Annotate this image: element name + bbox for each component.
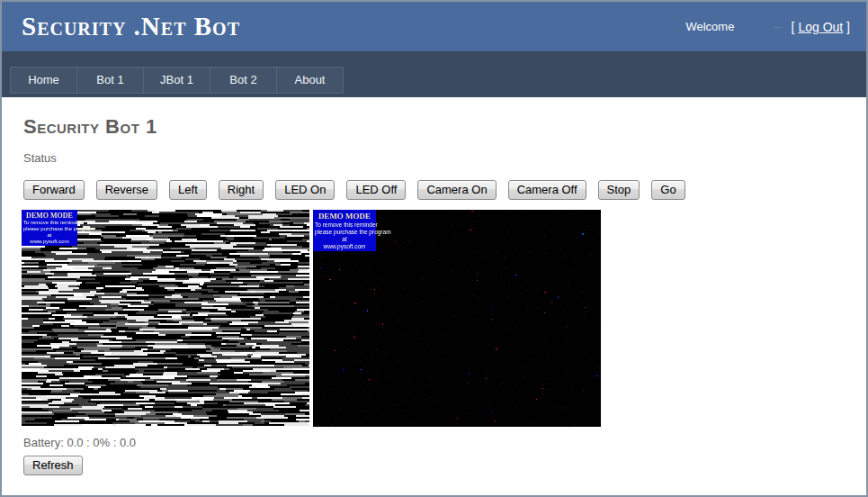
nav-tab-link[interactable]: JBot 1 — [144, 67, 210, 94]
reverse-button[interactable]: Reverse — [96, 180, 157, 200]
camera-off-button[interactable]: Camera Off — [508, 180, 586, 200]
demo-mode-title: DEMO MODE — [23, 212, 76, 220]
refresh-row: Refresh — [23, 456, 866, 475]
demo-mode-line: at — [23, 232, 76, 239]
demo-mode-line: please purchase the program — [23, 226, 76, 232]
demo-mode-line: please purchase the program — [315, 229, 374, 236]
status-label: Status — [23, 151, 866, 165]
stop-button[interactable]: Stop — [598, 180, 640, 200]
welcome-text: Welcome — [685, 20, 734, 33]
app-header: Security .Net Bot Welcome – [ Log Out ] — [2, 2, 866, 51]
battery-status: Battery: 0.0 : 0% : 0.0 — [23, 436, 866, 449]
demo-mode-line: at — [315, 236, 374, 243]
nav-tab-jbot-1: JBot 1 — [144, 67, 210, 94]
forward-button[interactable]: Forward — [23, 180, 85, 200]
main-content: Security Bot 1 Status ForwardReverseLeft… — [2, 97, 866, 475]
nav-tab-link[interactable]: Bot 1 — [77, 67, 144, 94]
app-title: Security .Net Bot — [22, 12, 240, 41]
logout-link[interactable]: Log Out — [798, 20, 843, 34]
nav-tab-about: About — [277, 67, 344, 94]
browser-page: Security .Net Bot Welcome – [ Log Out ] … — [0, 0, 868, 497]
nav-tab-link[interactable]: About — [277, 67, 344, 94]
nav-tab-link[interactable]: Bot 2 — [210, 67, 277, 94]
separator-dash: – — [774, 20, 780, 33]
main-nav: HomeBot 1JBot 1Bot 2About — [2, 51, 866, 97]
demo-mode-line: To remove this reminder — [23, 220, 76, 226]
demo-mode-title: DEMO MODE — [315, 212, 374, 221]
demo-mode-url: www.pysoft.com — [23, 239, 76, 245]
camera-feed-2: DEMO MODE To remove this reminder please… — [313, 210, 601, 427]
nav-tab-bot-2: Bot 2 — [210, 67, 277, 94]
demo-mode-line: To remove this reminder — [315, 221, 374, 229]
left-button[interactable]: Left — [169, 180, 207, 200]
header-account-area: Welcome – [ Log Out ] — [685, 20, 850, 34]
robot-controls-row: ForwardReverseLeftRightLED OnLED OffCame… — [23, 180, 866, 200]
camera-feeds: DEMO MODE To remove this reminder please… — [22, 210, 866, 427]
demo-mode-overlay: DEMO MODE To remove this reminder please… — [313, 210, 376, 251]
right-button[interactable]: Right — [219, 180, 264, 200]
nav-tab-list: HomeBot 1JBot 1Bot 2About — [2, 51, 866, 94]
refresh-button[interactable]: Refresh — [23, 456, 83, 475]
page-title: Security Bot 1 — [23, 115, 866, 139]
demo-mode-url: www.pysoft.com — [315, 243, 374, 250]
nav-tab-home: Home — [10, 67, 77, 94]
camera-feed-1: DEMO MODE To remove this reminder please… — [22, 210, 309, 427]
demo-mode-overlay: DEMO MODE To remove this reminder please… — [22, 210, 77, 246]
go-button[interactable]: Go — [651, 180, 685, 200]
camera-on-button[interactable]: Camera On — [417, 180, 496, 200]
led-off-button[interactable]: LED Off — [346, 180, 406, 200]
logout-bracket-close: ] — [843, 20, 850, 34]
led-on-button[interactable]: LED On — [275, 180, 335, 200]
nav-tab-bot-1: Bot 1 — [77, 67, 144, 94]
nav-tab-link[interactable]: Home — [10, 67, 77, 94]
logout-group: [ Log Out ] — [792, 20, 850, 34]
